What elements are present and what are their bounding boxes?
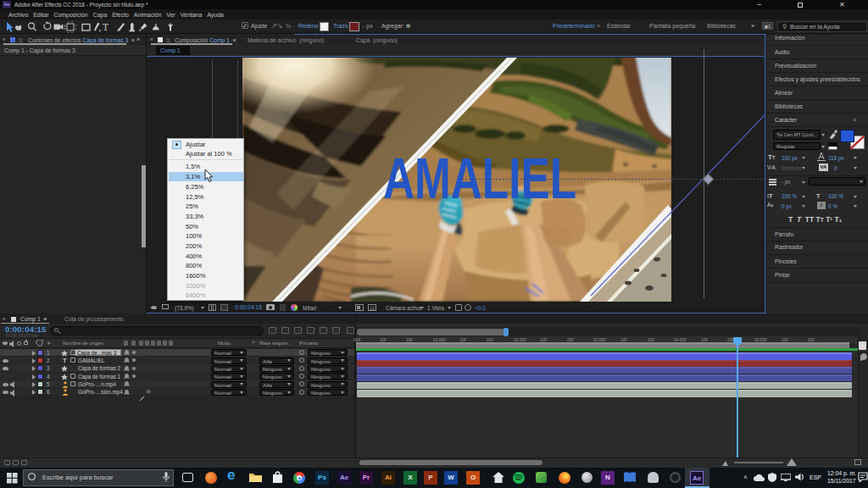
svg-text:T: T [103,22,108,32]
